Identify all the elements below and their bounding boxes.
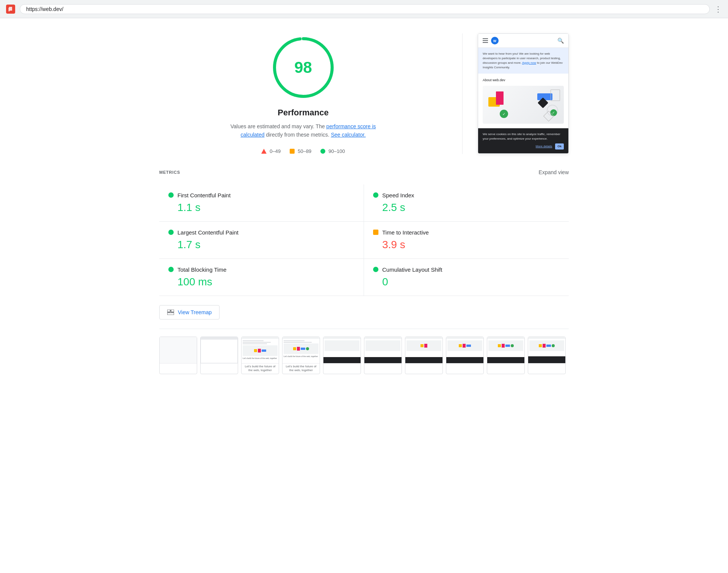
metric-fcp: First Contentful Paint 1.1 s [159, 184, 364, 222]
poor-icon [261, 149, 267, 154]
cls-status-dot [373, 267, 378, 272]
tti-value: 3.9 s [373, 239, 560, 251]
view-treemap-button[interactable]: View Treemap [159, 305, 220, 320]
preview-hamburger-icon [483, 38, 488, 43]
si-value: 2.5 s [373, 201, 560, 214]
svg-rect-2 [167, 310, 170, 312]
metric-lcp-name-row: Largest Contentful Paint [168, 229, 355, 236]
tbt-value: 100 ms [168, 276, 355, 288]
site-preview: w 🔍 We want to hear from you! We are loo… [478, 33, 569, 154]
filmstrip-frame-9 [487, 337, 525, 374]
page-content: 98 Performance Values are estimated and … [136, 18, 592, 397]
frame-6-label [364, 364, 402, 367]
metric-tti-name-row: Time to Interactive [373, 229, 560, 236]
metric-cls: Cumulative Layout Shift 0 [364, 259, 569, 296]
desc-middle: directly from these metrics. [266, 132, 331, 138]
preview-body: About web.dev ✓ ✓ [478, 74, 568, 128]
illus-wire-rect [551, 90, 560, 101]
frame-2-label [201, 364, 238, 367]
fcp-value: 1.1 s [168, 201, 355, 214]
metric-tbt: Total Blocking Time 100 ms [159, 259, 364, 296]
poor-label: 0–49 [270, 148, 281, 154]
frame-10-label [528, 364, 565, 367]
metric-tbt-name-row: Total Blocking Time [168, 266, 355, 273]
preview-illustration: ✓ ✓ [483, 86, 564, 124]
calculator-link[interactable]: See calculator. [331, 132, 366, 138]
legend-poor: 0–49 [261, 148, 281, 154]
frame-4-label: Let's build the future of the web, toget… [282, 364, 320, 374]
score-legend: 0–49 50–89 90–100 [261, 148, 345, 154]
frame-3-label: Let's build the future of the web, toget… [242, 364, 279, 374]
tti-label: Time to Interactive [382, 229, 429, 236]
moderate-icon [290, 149, 295, 154]
treemap-section: View Treemap [159, 296, 569, 329]
filmstrip-frame-5 [323, 337, 361, 374]
metrics-section: METRICS Expand view First Contentful Pai… [159, 169, 569, 382]
lcp-status-dot [168, 230, 174, 235]
good-icon [320, 149, 325, 154]
metrics-label: METRICS [159, 170, 180, 175]
expand-view-button[interactable]: Expand view [539, 169, 569, 175]
browser-menu-icon[interactable]: ⋮ [714, 5, 722, 14]
metrics-header: METRICS Expand view [159, 169, 569, 175]
frame-7-img [405, 337, 442, 364]
filmstrip-frame-2 [200, 337, 238, 374]
frame-5-label [323, 364, 361, 367]
svg-rect-3 [171, 310, 174, 312]
preview-cookie-more-link[interactable]: More details [536, 144, 552, 149]
filmstrip-frame-10 [528, 337, 566, 374]
tbt-label: Total Blocking Time [177, 266, 226, 273]
legend-moderate: 50–89 [290, 148, 311, 154]
preview-cookie-ok-btn[interactable]: Ok [555, 143, 564, 150]
metric-si-name-row: Speed Index [373, 192, 560, 198]
filmstrip-frame-7 [405, 337, 443, 374]
metric-cls-name-row: Cumulative Layout Shift [373, 266, 560, 273]
preview-cookie-banner: We serve cookies on this site to analyze… [478, 128, 568, 153]
metric-si: Speed Index 2.5 s [364, 184, 569, 222]
performance-title: Performance [278, 108, 329, 118]
illus-check1: ✓ [500, 110, 508, 118]
frame-6-img [364, 337, 402, 364]
frame-5-img [323, 337, 361, 364]
frame-8-img [446, 337, 483, 364]
preview-logo: w [491, 37, 499, 44]
score-circle: 98 [269, 33, 337, 102]
tti-status-square [373, 230, 378, 235]
metric-fcp-name-row: First Contentful Paint [168, 192, 355, 198]
fcp-status-dot [168, 192, 174, 198]
si-status-dot [373, 192, 378, 198]
tbt-status-dot [168, 267, 174, 272]
moderate-label: 50–89 [298, 148, 311, 154]
filmstrip-frame-8 [446, 337, 484, 374]
frame-4-img: Let's build the future of the web, toget… [282, 337, 320, 364]
frame-10-img [528, 337, 565, 364]
preview-apply-link[interactable]: Apply now [522, 61, 536, 65]
preview-banner: We want to hear from you! We are looking… [478, 48, 568, 74]
preview-cookie-text: We serve cookies on this site to analyze… [483, 132, 564, 141]
score-value: 98 [294, 58, 312, 77]
url-bar[interactable]: https://web.dev/ [20, 4, 710, 14]
frame-8-label [446, 364, 483, 367]
score-section: 98 Performance Values are estimated and … [159, 33, 569, 154]
preview-header: w 🔍 [478, 34, 568, 48]
score-description: Values are estimated and may vary. The p… [224, 122, 383, 139]
desc-prefix: Values are estimated and may vary. The [231, 123, 326, 129]
preview-search-icon: 🔍 [557, 38, 564, 44]
fcp-label: First Contentful Paint [177, 192, 231, 198]
filmstrip: Let's build the future of the web, toget… [159, 337, 569, 374]
illus-pink-box [496, 91, 504, 105]
lcp-label: Largest Contentful Paint [177, 229, 238, 236]
frame-9-label [487, 364, 524, 367]
browser-chrome: https://web.dev/ ⋮ [0, 0, 728, 18]
metrics-grid: First Contentful Paint 1.1 s Speed Index… [159, 184, 569, 296]
frame-7-label [405, 364, 442, 367]
treemap-icon [167, 310, 174, 315]
vertical-divider [462, 33, 463, 154]
preview-about-label: About web.dev [483, 78, 564, 82]
svg-rect-4 [167, 313, 174, 315]
frame-2-img [201, 337, 238, 364]
filmstrip-frame-4: Let's build the future of the web, toget… [282, 337, 320, 374]
filmstrip-frame-1 [159, 337, 197, 374]
cls-value: 0 [373, 276, 560, 288]
lcp-value: 1.7 s [168, 239, 355, 251]
